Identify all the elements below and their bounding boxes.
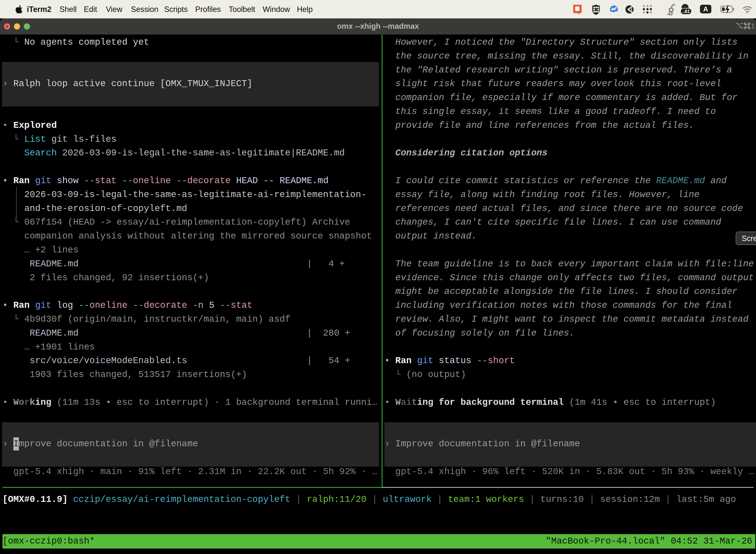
svg-text:A: A	[703, 5, 708, 13]
svg-text:1: 1	[751, 22, 754, 30]
svg-text:..61: ..61	[682, 9, 690, 14]
